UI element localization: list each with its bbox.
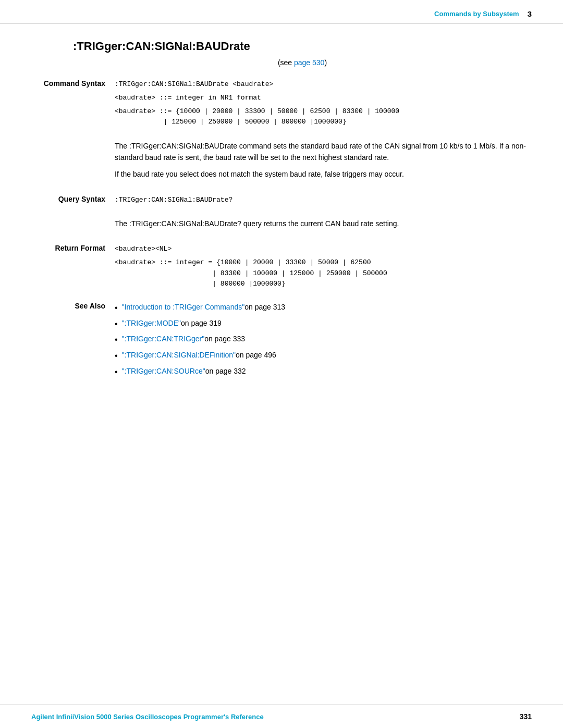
see-also-link-5[interactable]: ":TRIGger:CAN:SOURce" <box>122 366 205 377</box>
see-also-link-3[interactable]: ":TRIGger:CAN:TRIGger" <box>122 334 205 345</box>
command-description-section: The :TRIGger:CAN:SIGNal:BAUDrate command… <box>31 140 532 186</box>
page-container: Commands by Subsystem 3 :TRIGger:CAN:SIG… <box>0 0 563 728</box>
command-syntax-line-1: :TRIGger:CAN:SIGNal:BAUDrate <baudrate> <box>115 79 532 90</box>
see-also-page-3: on page 333 <box>204 334 245 345</box>
query-syntax-line: :TRIGger:CAN:SIGNal:BAUDrate? <box>115 195 532 205</box>
command-description-body: The :TRIGger:CAN:SIGNal:BAUDrate command… <box>115 140 532 186</box>
see-also-page-5: on page 332 <box>205 366 246 377</box>
return-format-line-2: <baudrate> ::= integer = {10000 | 20000 … <box>115 257 532 289</box>
see-also-link-2[interactable]: ":TRIGger:MODE" <box>122 318 181 329</box>
query-description-body: The :TRIGger:CAN:SIGNal:BAUDrate? query … <box>115 218 532 235</box>
command-syntax-body: :TRIGger:CAN:SIGNal:BAUDrate <baudrate> … <box>115 79 532 131</box>
footer-title: Agilent InfiniiVision 5000 Series Oscill… <box>31 713 264 721</box>
return-format-line-1: <baudrate><NL> <box>115 244 532 254</box>
header-section-title: Commands by Subsystem <box>434 10 519 18</box>
query-description-section: The :TRIGger:CAN:SIGNal:BAUDrate? query … <box>31 218 532 235</box>
page-header: Commands by Subsystem 3 <box>0 0 563 24</box>
header-page-number: 3 <box>528 9 532 18</box>
see-also-item-2: ":TRIGger:MODE" on page 319 <box>115 318 532 331</box>
query-syntax-body: :TRIGger:CAN:SIGNal:BAUDrate? <box>115 195 532 208</box>
command-description-1: The :TRIGger:CAN:SIGNal:BAUDrate command… <box>115 140 532 164</box>
return-format-section: Return Format <baudrate><NL> <baudrate> … <box>31 244 532 292</box>
command-syntax-label: Command Syntax <box>31 79 115 88</box>
see-also-item-5: ":TRIGger:CAN:SOURce" on page 332 <box>115 366 532 379</box>
return-format-label: Return Format <box>31 244 115 252</box>
command-syntax-line-2: <baudrate> ::= integer in NR1 format <box>115 93 532 103</box>
see-also-page-2: on page 319 <box>181 318 222 329</box>
see-also-item-1: "Introduction to :TRIGger Commands" on p… <box>115 302 532 315</box>
see-also-list: "Introduction to :TRIGger Commands" on p… <box>115 302 532 379</box>
command-syntax-section: Command Syntax :TRIGger:CAN:SIGNal:BAUDr… <box>31 79 532 131</box>
command-title: :TRIGger:CAN:SIGNal:BAUDrate <box>73 40 532 53</box>
return-format-body: <baudrate><NL> <baudrate> ::= integer = … <box>115 244 532 292</box>
see-also-label: See Also <box>31 302 115 310</box>
see-also-item-3: ":TRIGger:CAN:TRIGger" on page 333 <box>115 334 532 347</box>
see-also-item-4: ":TRIGger:CAN:SIGNal:DEFinition" on page… <box>115 350 532 363</box>
see-also-body: "Introduction to :TRIGger Commands" on p… <box>115 302 532 382</box>
command-description-2: If the baud rate you select does not mat… <box>115 168 532 180</box>
command-syntax-line-3: <baudrate> ::= {10000 | 20000 | 33300 | … <box>115 106 532 127</box>
query-syntax-section: Query Syntax :TRIGger:CAN:SIGNal:BAUDrat… <box>31 195 532 208</box>
see-also-page-1: on page 313 <box>244 302 285 313</box>
see-also-page-4: on page 496 <box>236 350 276 361</box>
see-also-link-4[interactable]: ":TRIGger:CAN:SIGNal:DEFinition" <box>122 350 236 361</box>
see-page-ref: (see page 530) <box>73 58 532 67</box>
query-syntax-label: Query Syntax <box>31 195 115 203</box>
query-description: The :TRIGger:CAN:SIGNal:BAUDrate? query … <box>115 218 532 229</box>
footer-page-number: 331 <box>520 712 532 721</box>
main-content: :TRIGger:CAN:SIGNal:BAUDrate (see page 5… <box>0 24 563 423</box>
see-also-link-1[interactable]: "Introduction to :TRIGger Commands" <box>122 302 245 313</box>
see-page-link[interactable]: page 530 <box>294 58 324 67</box>
page-footer: Agilent InfiniiVision 5000 Series Oscill… <box>0 705 563 728</box>
see-also-section: See Also "Introduction to :TRIGger Comma… <box>31 302 532 382</box>
